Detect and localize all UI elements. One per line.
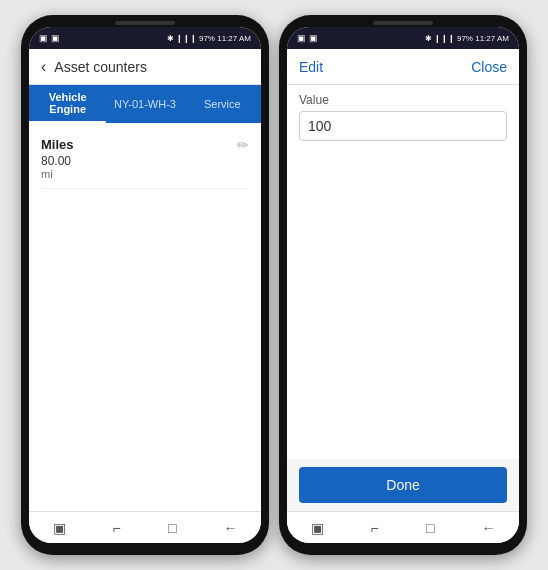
status-right-1: ✱ ❙❙❙ 97% 11:27 AM <box>167 34 251 43</box>
phone-2-screen: ▣ ▣ ✱ ❙❙❙ 97% 11:27 AM Edit Close Value <box>287 27 519 543</box>
edit-screen-content: Value Done <box>287 85 519 511</box>
nav-corner-icon-2[interactable]: ⌐ <box>371 520 379 536</box>
tab-vehicle-engine[interactable]: Vehicle Engine <box>29 85 106 123</box>
bottom-nav-1: ▣ ⌐ □ ← <box>29 511 261 543</box>
close-button[interactable]: Close <box>471 59 507 75</box>
phone-1-screen: ▣ ▣ ✱ ❙❙❙ 97% 11:27 AM ‹ Asset counters … <box>29 27 261 543</box>
content-area-1: Miles 80.00 mi ✏ <box>29 123 261 511</box>
tab-ny-01-wh-3[interactable]: NY-01-WH-3 <box>106 85 183 123</box>
nav-back-icon[interactable]: ← <box>223 520 237 536</box>
miles-unit: mi <box>41 168 74 180</box>
value-input-wrapper <box>287 111 519 149</box>
phones-container: ▣ ▣ ✱ ❙❙❙ 97% 11:27 AM ‹ Asset counters … <box>21 15 527 555</box>
edit-pencil-icon[interactable]: ✏ <box>237 137 249 153</box>
status-bar-1: ▣ ▣ ✱ ❙❙❙ 97% 11:27 AM <box>29 27 261 49</box>
back-button[interactable]: ‹ <box>41 58 46 76</box>
miles-info: Miles 80.00 mi <box>41 137 74 180</box>
edit-content-inner: Value <box>287 85 519 459</box>
nav-square-icon[interactable]: ▣ <box>53 520 66 536</box>
tab-service[interactable]: Service <box>184 85 261 123</box>
nav-home-icon[interactable]: □ <box>168 520 176 536</box>
status-bar-2: ▣ ▣ ✱ ❙❙❙ 97% 11:27 AM <box>287 27 519 49</box>
done-button[interactable]: Done <box>299 467 507 503</box>
miles-label: Miles <box>41 137 74 152</box>
value-label: Value <box>287 85 519 111</box>
screen-title: Asset counters <box>54 59 147 75</box>
done-btn-area: Done <box>287 459 519 511</box>
status-right-2: ✱ ❙❙❙ 97% 11:27 AM <box>425 34 509 43</box>
value-input[interactable] <box>299 111 507 141</box>
status-left-1: ▣ ▣ <box>39 33 60 43</box>
nav-home-icon-2[interactable]: □ <box>426 520 434 536</box>
status-left-2: ▣ ▣ <box>297 33 318 43</box>
miles-value: 80.00 <box>41 154 74 168</box>
nav-back-icon-2[interactable]: ← <box>481 520 495 536</box>
tab-bar: Vehicle Engine NY-01-WH-3 Service <box>29 85 261 123</box>
nav-square-icon-2[interactable]: ▣ <box>311 520 324 536</box>
phone-1: ▣ ▣ ✱ ❙❙❙ 97% 11:27 AM ‹ Asset counters … <box>21 15 269 555</box>
phone-2: ▣ ▣ ✱ ❙❙❙ 97% 11:27 AM Edit Close Value <box>279 15 527 555</box>
nav-corner-icon[interactable]: ⌐ <box>113 520 121 536</box>
edit-header: Edit Close <box>287 49 519 85</box>
edit-title-label: Edit <box>299 59 323 75</box>
miles-row: Miles 80.00 mi ✏ <box>41 133 249 189</box>
bottom-nav-2: ▣ ⌐ □ ← <box>287 511 519 543</box>
app-header-1: ‹ Asset counters <box>29 49 261 85</box>
